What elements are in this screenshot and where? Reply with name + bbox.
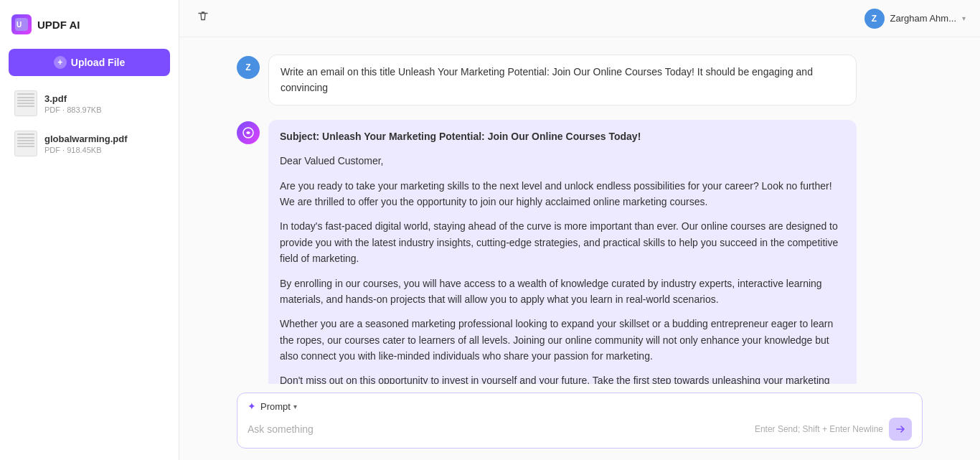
- clear-chat-button[interactable]: [194, 7, 212, 29]
- prompt-button[interactable]: Prompt ▾: [260, 401, 297, 412]
- ai-para2: In today's fast-paced digital world, sta…: [280, 218, 845, 266]
- upload-file-button[interactable]: + Upload File: [9, 49, 170, 76]
- user-message-avatar: Z: [237, 56, 260, 79]
- file-icon-1: [14, 90, 37, 116]
- send-icon: [895, 424, 905, 434]
- file-icon-2: [14, 131, 37, 156]
- ask-input[interactable]: [248, 423, 749, 435]
- app-title: UPDF AI: [37, 19, 80, 31]
- user-message-bubble: Write an email on this title Unleash You…: [268, 55, 857, 105]
- ai-subject: Subject: Unleash Your Marketing Potentia…: [280, 131, 641, 142]
- file-meta-1: PDF · 883.97KB: [44, 105, 164, 114]
- sidebar: U UPDF AI + Upload File 3.pdf PDF · 883.…: [0, 0, 179, 460]
- user-message-text: Write an email on this title Unleash You…: [281, 66, 813, 93]
- main-panel: Z Zargham Ahm... ▾ Z Write an email on t…: [179, 0, 980, 460]
- chevron-down-icon: ▾: [962, 14, 966, 22]
- ai-logo-icon: [242, 126, 255, 139]
- input-area: ✦ Prompt ▾ Enter Send; Shift + Enter New…: [179, 384, 980, 460]
- trash-icon: [197, 10, 209, 23]
- file-name-2: globalwarming.pdf: [44, 133, 164, 144]
- input-row: Enter Send; Shift + Enter Newline: [248, 418, 912, 441]
- file-meta-2: PDF · 918.45KB: [44, 146, 164, 154]
- ai-para4: Whether you are a seasoned marketing pro…: [280, 316, 845, 364]
- avatar: Z: [864, 9, 885, 29]
- ai-message-avatar: [237, 121, 260, 144]
- ai-message-bubble: Subject: Unleash Your Marketing Potentia…: [268, 120, 857, 384]
- file-name-1: 3.pdf: [44, 93, 164, 104]
- file-list: 3.pdf PDF · 883.97KB globalwarming.pdf P…: [9, 85, 170, 162]
- input-toolbar: ✦ Prompt ▾: [248, 400, 912, 412]
- input-hint: Enter Send; Shift + Enter Newline: [755, 424, 883, 434]
- top-bar: Z Zargham Ahm... ▾: [179, 0, 980, 37]
- user-message-row: Z Write an email on this title Unleash Y…: [237, 55, 923, 105]
- svg-text:U: U: [17, 21, 22, 29]
- ai-greeting: Dear Valued Customer,: [280, 153, 845, 169]
- prompt-chevron-icon: ▾: [293, 403, 297, 410]
- logo-area: U UPDF AI: [9, 11, 170, 40]
- send-button[interactable]: [889, 418, 912, 441]
- chat-area: Z Write an email on this title Unleash Y…: [179, 37, 980, 384]
- file-item-2[interactable]: globalwarming.pdf PDF · 918.45KB: [9, 125, 170, 162]
- ai-para1: Are you ready to take your marketing ski…: [280, 178, 845, 210]
- logo-icon: U: [11, 14, 32, 34]
- upload-icon: +: [54, 56, 67, 69]
- ai-message-row: Subject: Unleash Your Marketing Potentia…: [237, 120, 923, 384]
- ai-para5: Don't miss out on this opportunity to in…: [280, 372, 845, 384]
- sparkle-icon: ✦: [248, 400, 256, 412]
- user-menu[interactable]: Z Zargham Ahm... ▾: [864, 9, 966, 29]
- ai-para3: By enrolling in our courses, you will ha…: [280, 276, 845, 308]
- file-item-1[interactable]: 3.pdf PDF · 883.97KB: [9, 85, 170, 122]
- input-box: ✦ Prompt ▾ Enter Send; Shift + Enter New…: [237, 393, 923, 449]
- user-name: Zargham Ahm...: [890, 13, 956, 24]
